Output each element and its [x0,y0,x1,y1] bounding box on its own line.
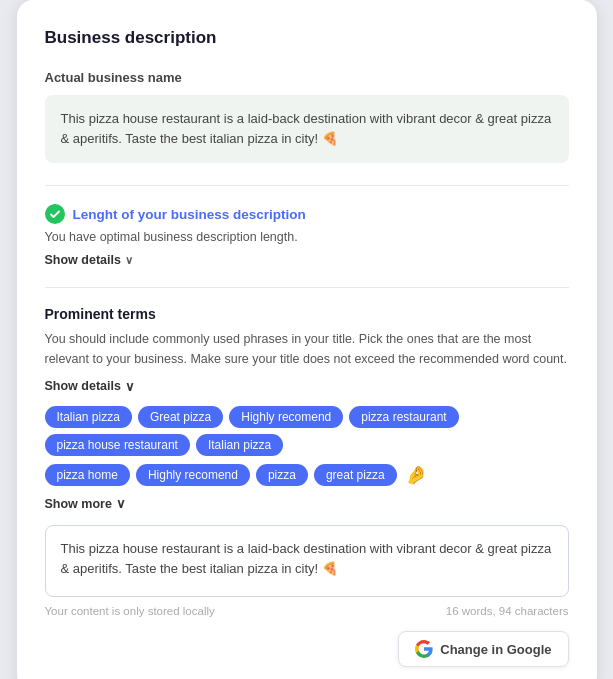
google-logo-icon [415,640,433,658]
prominent-terms-desc: You should include commonly used phrases… [45,330,569,369]
tags-row-1: Italian pizza Great pizza Highly recomen… [45,406,569,456]
tag-italian-pizza-2[interactable]: Italian pizza [196,434,283,456]
length-check-label: Lenght of your business description [73,207,306,222]
tag-great-pizza[interactable]: Great pizza [138,406,223,428]
word-count: 16 words, 94 characters [446,605,569,617]
actual-business-label: Actual business name [45,70,569,85]
prominent-terms-title: Prominent terms [45,306,569,322]
tag-emoji: 🤌 [403,464,429,486]
business-description-textarea[interactable]: This pizza house restaurant is a laid-ba… [45,525,569,597]
length-check-subtext: You have optimal business description le… [45,230,569,244]
business-description-card: Business description Actual business nam… [17,0,597,679]
card-title: Business description [45,28,569,48]
section-divider [45,185,569,186]
tags-row-2: pizza home Highly recomend pizza great p… [45,464,569,486]
show-details-label-2: Show details [45,379,121,393]
action-row: Change in Google [45,631,569,667]
change-in-google-label: Change in Google [440,642,551,657]
tag-pizza-house-restaurant[interactable]: pizza house restaurant [45,434,190,456]
tag-pizza[interactable]: pizza [256,464,308,486]
chevron-down-icon-2: ∨ [125,379,135,394]
tag-pizza-restaurant[interactable]: pizza restaurant [349,406,458,428]
chevron-down-icon-3: ∨ [116,496,126,511]
change-in-google-button[interactable]: Change in Google [398,631,568,667]
tag-italian-pizza[interactable]: Italian pizza [45,406,132,428]
section-divider-2 [45,287,569,288]
tag-highly-recomend-2[interactable]: Highly recomend [136,464,250,486]
actual-business-description: This pizza house restaurant is a laid-ba… [45,95,569,163]
tag-great-pizza-2[interactable]: great pizza [314,464,397,486]
tag-pizza-home[interactable]: pizza home [45,464,130,486]
checkmark-svg [49,208,61,220]
show-details-button-prominent[interactable]: Show details ∨ [45,379,135,394]
length-check-row: Lenght of your business description [45,204,569,224]
footer-row: Your content is only stored locally 16 w… [45,605,569,617]
show-details-label: Show details [45,253,121,267]
footer-note: Your content is only stored locally [45,605,215,617]
show-more-button[interactable]: Show more ∨ [45,496,126,511]
check-circle-icon [45,204,65,224]
show-details-button-length[interactable]: Show details ∨ [45,253,133,267]
chevron-down-icon: ∨ [125,254,133,267]
show-more-label: Show more [45,497,112,511]
tag-highly-recomend-1[interactable]: Highly recomend [229,406,343,428]
